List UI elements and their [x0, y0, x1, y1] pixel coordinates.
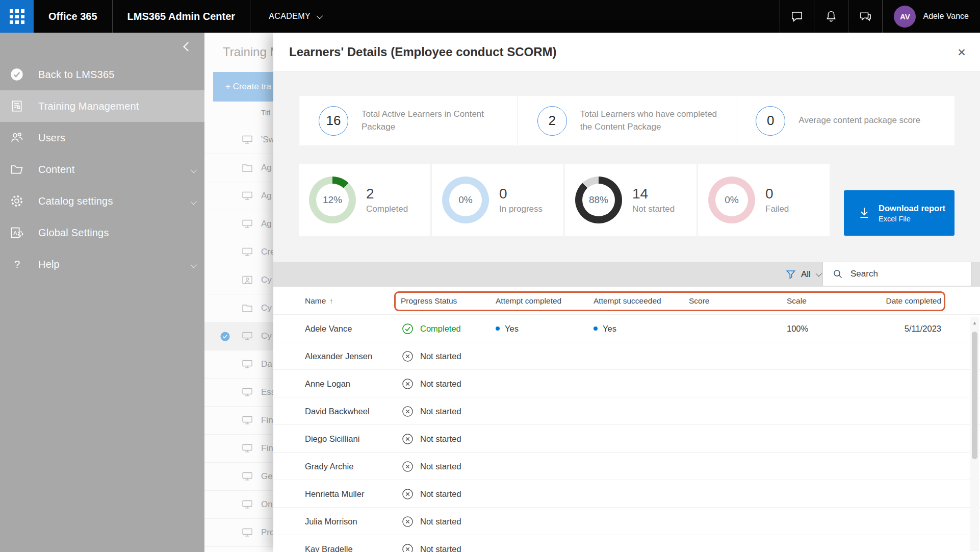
- sidebar-item-label: Back to LMS365: [38, 69, 115, 81]
- row-type-icon: [242, 500, 252, 509]
- stat-card: 16 Total Active Learners in Content Pack…: [299, 96, 518, 145]
- learner-row[interactable]: David Backwheel Not started: [273, 397, 980, 425]
- admin-center-title[interactable]: LMS365 Admin Center: [113, 11, 250, 22]
- attempt-succeeded-cell: Yes: [594, 315, 616, 342]
- donut-count: 14: [632, 186, 675, 202]
- sidebar-item[interactable]: A ? Content: [0, 154, 204, 185]
- sort-ascending-icon: ↑: [329, 297, 333, 305]
- background-list-row[interactable]: Ge: [204, 463, 273, 491]
- topbar-divider: [882, 0, 883, 33]
- column-header-score[interactable]: Score: [689, 287, 710, 315]
- learner-name: Henrietta Muller: [305, 480, 364, 508]
- filter-dropdown[interactable]: All: [786, 262, 820, 287]
- progress-status-label: Not started: [420, 544, 461, 552]
- office365-brand[interactable]: Office 365: [34, 11, 112, 22]
- background-list-row[interactable]: On: [204, 491, 273, 519]
- learner-row[interactable]: Diego Sicilliani Not started: [273, 425, 980, 453]
- feedback-button[interactable]: [848, 0, 882, 33]
- blue-dot-icon: [594, 327, 598, 331]
- background-list-row[interactable]: Ess: [204, 379, 273, 407]
- background-page-title: Training M: [223, 45, 273, 59]
- download-subtitle: Excel File: [879, 215, 945, 223]
- not-started-x-icon: [402, 433, 414, 445]
- table-header: Name ↑ Progress Status Attempt completed…: [273, 287, 980, 315]
- progress-status-cell: Not started: [402, 453, 461, 480]
- sidebar-item-icon: A ?: [9, 98, 24, 114]
- donut-label: Completed: [366, 204, 408, 214]
- user-name[interactable]: Adele Vance: [923, 12, 969, 21]
- column-header-scale[interactable]: Scale: [787, 287, 807, 315]
- background-list-row[interactable]: Ag: [204, 154, 273, 182]
- column-header-attempt-succeeded[interactable]: Attempt succeeded: [594, 287, 661, 315]
- app-launcher-button[interactable]: [0, 0, 34, 33]
- background-list-row[interactable]: Fin: [204, 435, 273, 463]
- column-header-name[interactable]: Name ↑: [305, 287, 333, 315]
- donut-chart: 0%: [442, 177, 489, 223]
- download-report-button[interactable]: Download report Excel File: [844, 190, 955, 236]
- topbar-divider: [250, 0, 250, 33]
- stat-card: 2 Total Learners who have completed the …: [518, 96, 736, 145]
- row-title-fragment: Fin: [261, 415, 273, 425]
- row-type-icon: [242, 528, 252, 537]
- row-title-fragment: Ag: [261, 191, 272, 201]
- close-button[interactable]: ✕: [955, 46, 969, 60]
- row-title-fragment: Pro: [261, 528, 273, 538]
- progress-status-cell: Not started: [402, 397, 461, 425]
- scale-cell: 100%: [787, 315, 808, 342]
- background-list-row[interactable]: Ag: [204, 182, 273, 210]
- background-list-row[interactable]: 'Sw: [204, 126, 273, 154]
- donut-label: In progress: [499, 204, 543, 214]
- chevron-left-icon: [183, 42, 192, 51]
- column-header-attempt-completed[interactable]: Attempt completed: [496, 287, 561, 315]
- background-list-row[interactable]: Cy: [204, 294, 273, 322]
- learner-row[interactable]: Julia Morrison Not started: [273, 508, 980, 535]
- search-input[interactable]: [849, 268, 953, 280]
- stat-value: 2: [537, 106, 567, 136]
- table-scrollbar[interactable]: ▲: [970, 317, 979, 551]
- sidebar-item-icon: A ?: [9, 225, 24, 240]
- background-list-row[interactable]: Pro: [204, 519, 273, 547]
- learner-row[interactable]: Alexander Jensen Not started: [273, 342, 980, 370]
- row-type-icon: [242, 219, 252, 229]
- learner-row[interactable]: Anne Logan Not started: [273, 370, 980, 397]
- progress-status-cell: Not started: [402, 370, 461, 397]
- learner-row[interactable]: Henrietta Muller Not started: [273, 480, 980, 508]
- notifications-button[interactable]: [814, 0, 848, 33]
- sidebar-item[interactable]: A ? Training Management: [0, 90, 204, 122]
- background-list-row[interactable]: Cy: [204, 266, 273, 294]
- sidebar-item[interactable]: A ? Help: [0, 248, 204, 280]
- background-list-row[interactable]: Cy: [204, 322, 273, 350]
- sidebar-item-label: Help: [38, 259, 60, 270]
- progress-status-label: Not started: [420, 379, 461, 389]
- learner-row[interactable]: Grady Archie Not started: [273, 453, 980, 480]
- learner-row[interactable]: Adele Vance Completed Yes Yes 100% 5/11/…: [273, 315, 980, 342]
- sidebar-item[interactable]: A ? Users: [0, 122, 204, 154]
- sidebar-item-icon: A ?: [9, 193, 24, 209]
- column-header-progress-status[interactable]: Progress Status: [401, 287, 457, 315]
- summary-stats: 16 Total Active Learners in Content Pack…: [299, 96, 955, 145]
- filter-value: All: [801, 269, 811, 280]
- sidebar-item[interactable]: A ? Catalog settings: [0, 185, 204, 217]
- chat-button[interactable]: [780, 0, 814, 33]
- create-training-button[interactable]: + Create tra: [213, 72, 273, 102]
- column-header-date-completed[interactable]: Date completed: [886, 287, 941, 315]
- background-list-row[interactable]: Fin: [204, 407, 273, 435]
- background-list-row[interactable]: Cre: [204, 238, 273, 266]
- sidebar-item[interactable]: A ? Global Settings: [0, 217, 204, 248]
- learner-row[interactable]: Kay Bradelle Not started: [273, 535, 980, 552]
- donut-percent: 0%: [458, 194, 472, 206]
- learner-name: Alexander Jensen: [305, 342, 372, 370]
- background-list-row[interactable]: Da: [204, 350, 273, 379]
- sidebar-item[interactable]: A ? Back to LMS365: [0, 59, 204, 90]
- learner-name: Adele Vance: [305, 315, 352, 342]
- scrollbar-thumb[interactable]: [972, 332, 977, 459]
- donut-percent: 0%: [725, 194, 738, 206]
- scroll-up-arrow[interactable]: ▲: [970, 317, 979, 325]
- tenant-selector[interactable]: ACADEMY: [259, 12, 331, 21]
- avatar[interactable]: AV: [894, 6, 916, 28]
- sidebar-collapse-button[interactable]: [182, 41, 193, 52]
- background-list-row[interactable]: Ag: [204, 210, 273, 238]
- donut-label: Not started: [632, 204, 675, 214]
- not-started-x-icon: [402, 378, 414, 390]
- stat-card: 0 Average content package score: [736, 96, 955, 145]
